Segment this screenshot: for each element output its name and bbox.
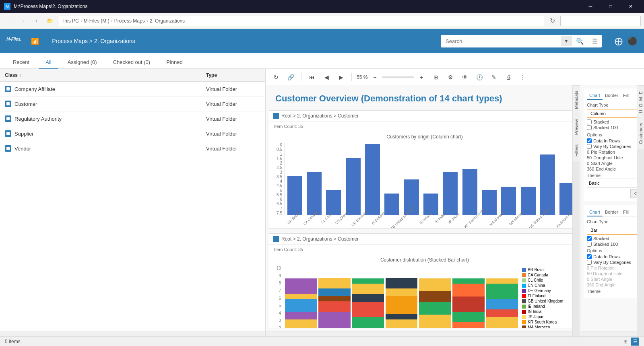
tab-pinned[interactable]: Pinned bbox=[160, 56, 189, 69]
chart-bars-area-1 bbox=[285, 143, 577, 215]
profile-button[interactable]: ⚫ bbox=[627, 36, 638, 46]
col-type-header[interactable]: Type bbox=[201, 69, 265, 81]
more-button[interactable]: ⋮ bbox=[517, 72, 528, 83]
hscroll-file[interactable] bbox=[0, 332, 265, 336]
tab-assigned[interactable]: Assigned (0) bbox=[61, 56, 103, 69]
path-mfiles[interactable]: M-Files (M:) bbox=[84, 18, 109, 24]
legend-item: FI Finland bbox=[522, 294, 575, 298]
home-tab[interactable]: H O M E bbox=[637, 85, 644, 118]
first-page-button[interactable]: ⏮ bbox=[306, 72, 318, 83]
stacked-segment bbox=[386, 288, 417, 296]
file-list-item[interactable]: Supplier Virtual Folder bbox=[0, 126, 265, 141]
maximize-button[interactable]: □ bbox=[601, 0, 620, 13]
stacked-bar-group bbox=[452, 278, 484, 328]
chart-hscroll[interactable] bbox=[266, 332, 644, 336]
path-organizations[interactable]: 2. Organizations bbox=[150, 18, 185, 24]
panel-2-data-in-rows-checkbox[interactable] bbox=[587, 254, 592, 259]
header: M-Files. 📶 Process Maps > 2. Organizatio… bbox=[0, 29, 644, 53]
stacked-segment bbox=[486, 299, 518, 309]
file-list-item[interactable]: Regulatory Authority Virtual Folder bbox=[0, 111, 265, 126]
panel-1-stacked-checkbox[interactable] bbox=[587, 119, 592, 124]
side-tabs: Metadata Preview Filters bbox=[572, 85, 580, 336]
tab-recent[interactable]: Recent bbox=[6, 56, 36, 69]
panel-1-stacked100-checkbox[interactable] bbox=[587, 125, 592, 130]
chart-bar-group bbox=[363, 144, 382, 215]
next-page-button[interactable]: ▶ bbox=[335, 72, 347, 83]
panel-1-theme-select[interactable]: Basic bbox=[587, 179, 644, 187]
panel-1-tab-border[interactable]: Border bbox=[603, 92, 621, 100]
zoom-in-button[interactable]: + bbox=[416, 72, 427, 83]
search-menu-button[interactable]: ☰ bbox=[588, 35, 602, 47]
forward-button[interactable]: → bbox=[17, 15, 28, 27]
col-class-header[interactable]: Class ↑ bbox=[0, 69, 201, 81]
chart-bar-group bbox=[382, 194, 402, 215]
print-button[interactable]: 🖨 bbox=[503, 72, 514, 83]
legend-item: IN India bbox=[522, 309, 575, 314]
grid-view-button[interactable]: ⊞ bbox=[621, 338, 630, 346]
panel-2-tab-chart[interactable]: Chart bbox=[587, 208, 603, 216]
edit-button[interactable]: ✎ bbox=[488, 72, 500, 83]
eye-button[interactable]: 👁 bbox=[459, 72, 471, 83]
back-button[interactable]: ← bbox=[3, 15, 14, 27]
header-actions: ⨁ ⚫ bbox=[615, 36, 638, 46]
fit-button[interactable]: ⊞ bbox=[430, 72, 442, 83]
address-search-input[interactable] bbox=[560, 16, 641, 26]
search-dropdown-button[interactable]: ▼ bbox=[561, 36, 572, 46]
file-list-item[interactable]: Company Affiliate Virtual Folder bbox=[0, 82, 265, 97]
tab-all[interactable]: All bbox=[39, 56, 58, 69]
filters-tab[interactable]: Filters bbox=[573, 140, 580, 161]
chart-icon-2 bbox=[273, 236, 279, 242]
settings-button[interactable]: ⚙ bbox=[445, 72, 456, 83]
panel-2-stacked100-checkbox[interactable] bbox=[587, 242, 592, 247]
path-processmaps[interactable]: Process Maps bbox=[114, 18, 145, 24]
panel-2-stacked-checkbox[interactable] bbox=[587, 236, 592, 241]
stacked-segment bbox=[318, 288, 350, 296]
panel-1-tab-fill[interactable]: Fill bbox=[621, 92, 631, 100]
path-thispc[interactable]: This PC bbox=[62, 18, 79, 24]
customers-tab[interactable]: Customers bbox=[637, 118, 644, 149]
close-button[interactable]: ✕ bbox=[621, 0, 640, 13]
link-button[interactable]: 🔗 bbox=[285, 72, 296, 83]
metadata-tab[interactable]: Metadata bbox=[573, 85, 580, 114]
legend-item: GB United Kingdom bbox=[522, 299, 575, 303]
search-button[interactable]: 🔍 bbox=[572, 35, 588, 47]
minimize-button[interactable]: ─ bbox=[581, 0, 600, 13]
right-panel-2: Chart Border Fill Chart Type Bar Stacked bbox=[584, 205, 644, 298]
file-panel-header: Class ↑ Type bbox=[0, 69, 265, 82]
panel-2-chart-type-select[interactable]: Bar bbox=[587, 226, 644, 235]
chart-item-count-1: Item Count: 35 bbox=[269, 122, 580, 131]
panel-1-data-in-rows-checkbox[interactable] bbox=[587, 138, 592, 143]
file-list-item[interactable]: Vendor Virtual Folder bbox=[0, 141, 265, 156]
panel-2-tab-border[interactable]: Border bbox=[603, 208, 621, 216]
search-input[interactable] bbox=[441, 36, 561, 47]
panel-1-stacked-check: Stacked bbox=[587, 119, 644, 124]
chart-bar-group bbox=[538, 154, 557, 215]
zoom-out-button[interactable]: − bbox=[369, 72, 380, 83]
address-path[interactable]: This PC › M-Files (M:) › Process Maps › … bbox=[58, 16, 544, 26]
panel-2-vary-categories-checkbox[interactable] bbox=[587, 260, 592, 265]
stacked-segment bbox=[318, 296, 350, 301]
stacked-segment bbox=[452, 284, 484, 297]
file-cell-class: Regulatory Authority bbox=[0, 111, 201, 126]
stacked-bar-group bbox=[318, 278, 350, 328]
file-list-item[interactable]: Customer Virtual Folder bbox=[0, 97, 265, 111]
svg-rect-2 bbox=[6, 117, 10, 120]
history-button[interactable]: 🕐 bbox=[474, 72, 485, 83]
refresh-chart-button[interactable]: ↻ bbox=[270, 72, 282, 83]
stacked-segment bbox=[352, 317, 384, 328]
panel-1-tab-chart[interactable]: Chart bbox=[587, 92, 603, 100]
tab-checked-out[interactable]: Checked out (0) bbox=[107, 56, 157, 69]
preview-tab[interactable]: Preview bbox=[573, 114, 580, 140]
add-button[interactable]: ⨁ bbox=[615, 36, 623, 46]
zoom-slider[interactable] bbox=[382, 76, 414, 78]
prev-page-button[interactable]: ◀ bbox=[321, 72, 332, 83]
chart-bar bbox=[521, 187, 536, 215]
list-view-button[interactable]: ☰ bbox=[631, 338, 639, 346]
panel-1-chart-type-select[interactable]: Column bbox=[587, 109, 644, 118]
panel-1-vary-categories-checkbox[interactable] bbox=[587, 144, 592, 149]
panel-2-tab-fill[interactable]: Fill bbox=[621, 208, 631, 216]
chart-main: Customer Overview (Demonstration of 14 c… bbox=[269, 89, 580, 328]
up-button[interactable]: ↑ bbox=[31, 15, 42, 27]
refresh-button[interactable]: ↻ bbox=[547, 15, 558, 27]
chart-bar bbox=[307, 172, 322, 215]
